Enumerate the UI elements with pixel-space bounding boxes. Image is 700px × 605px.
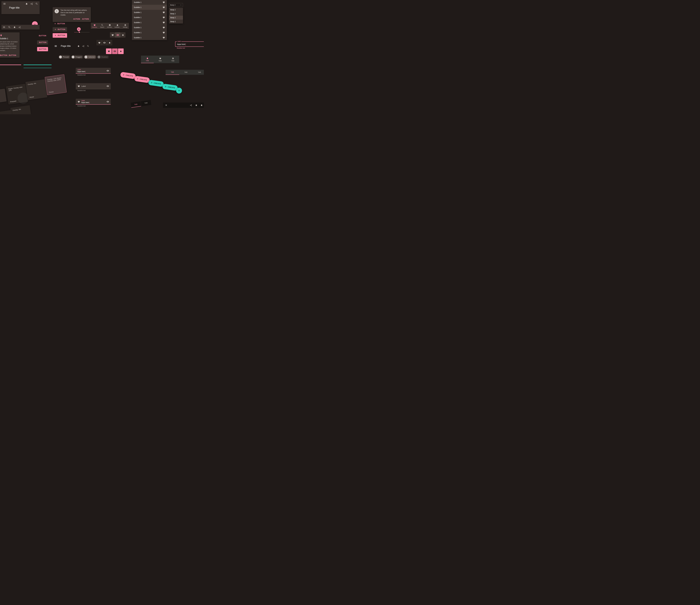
heart-icon[interactable] [162,31,165,34]
toggle-bell[interactable] [120,32,125,38]
toggle-eye[interactable] [115,32,120,38]
heart-icon[interactable] [162,26,165,29]
icon-pink-button[interactable]: BUTTON [53,33,67,38]
text-input[interactable]: Label Input text [76,68,111,74]
tab-3[interactable]: TAB [193,70,204,75]
surface-text: Overlay: 8% [12,107,28,111]
heart-icon[interactable] [162,36,165,39]
list-label: Subtitle 1 [134,6,142,8]
card-action-1[interactable]: BUTTON [0,54,7,56]
menu-item[interactable]: Body 2 [169,8,183,12]
share-icon[interactable] [82,45,84,47]
slider-thumb[interactable] [79,32,80,33]
extended-fab-pink[interactable]: CREATE [120,72,136,79]
nav-search[interactable]: Search [98,23,106,29]
list-item[interactable]: Subtitle 1 [132,20,167,25]
list-label: Subtitle 1 [134,21,142,24]
list-item[interactable]: Subtitle 1 [132,15,167,20]
toggle-heart[interactable] [110,32,115,38]
list-item[interactable]: Subtitle 1 [132,35,167,40]
field-label: Label [177,41,181,42]
extended-fab-teal[interactable]: CREATE [148,80,164,87]
share-icon[interactable] [190,104,192,106]
search-icon[interactable] [8,26,10,28]
eye-icon[interactable] [106,70,109,72]
tab-1[interactable]: TAB [131,101,141,108]
toggle-bell[interactable] [118,48,124,54]
snackbar-action-2[interactable]: ACTION [82,18,89,20]
star-icon[interactable] [195,104,197,106]
secondary-toolbar [1,25,40,29]
icon-text-button[interactable]: BUTTON [53,22,67,26]
dense-app-bar: Page title [53,44,91,49]
menu-icon[interactable] [3,26,5,28]
text-input[interactable]: Label [76,83,111,89]
text-input[interactable]: Label Input text [76,99,111,105]
tab-1[interactable]: TAB [141,55,154,63]
nav-notifications[interactable]: Notificati... [114,23,121,29]
nav-favorites[interactable]: Favorites [91,23,98,29]
extended-fab-teal[interactable]: CREATE [162,83,178,91]
menu-item[interactable]: Body 2 [169,12,183,16]
snackbar-action-1[interactable]: ACTION [73,18,80,20]
toggle-eye[interactable] [112,48,118,54]
card-action-2[interactable]: BUTTON [9,54,16,56]
toggle-eye[interactable] [102,40,107,45]
heart-icon[interactable] [162,1,165,3]
text-button[interactable]: BUTTON [37,33,48,38]
bell-icon[interactable] [14,26,16,28]
share-icon[interactable] [30,2,33,5]
extended-fab-pink[interactable]: CREATE [134,76,150,83]
tab-2[interactable]: TAB [141,100,151,106]
close-icon[interactable] [165,104,168,106]
select-button[interactable]: Body 2 [169,3,183,7]
eye-icon [103,42,106,44]
chip-selected[interactable]: Selected [84,55,96,59]
eye-icon[interactable] [106,85,109,88]
search-icon[interactable] [87,45,89,47]
search-icon[interactable] [35,2,38,5]
list-item[interactable]: Subtitle 1 [132,10,167,15]
list-item[interactable]: Subtitle 1 [132,5,167,10]
contained-button-grey[interactable]: BUTTON [37,40,48,45]
bell-icon[interactable] [77,45,80,47]
heart-icon [77,85,80,88]
chip-dragged[interactable]: Dragged [71,55,83,59]
contained-button-pink[interactable]: BUTTON [37,47,48,51]
menu-icon[interactable] [54,45,57,47]
nav-label: Notificati... [115,26,120,28]
menu-item[interactable]: Body 2 [169,16,183,20]
bell-icon[interactable] [25,2,28,5]
text-input[interactable]: Label Input text [175,42,204,47]
eye-icon[interactable] [106,100,109,103]
nav-info[interactable]: Informat... [106,23,114,29]
toggle-bell[interactable] [107,40,112,45]
menu-item[interactable]: Body 2 [169,20,183,24]
toggle-heart[interactable] [106,48,111,54]
heart-icon[interactable] [162,11,165,14]
heart-icon[interactable] [162,6,165,8]
tab-3[interactable]: TAB [167,55,179,63]
icon-grey-button[interactable]: BUTTON [53,27,67,32]
tab-2[interactable]: TAB [154,55,167,63]
check-icon [85,56,87,58]
list-item[interactable]: Subtitle 1 [132,0,167,5]
heart-icon[interactable] [162,21,165,24]
tab-1[interactable]: TAB [166,70,179,75]
bell-icon[interactable] [200,104,203,106]
bottom-navigation: Favorites Search Informat... Notificati.… [91,23,129,29]
field-value: Input text [77,70,105,73]
toggle-heart[interactable] [97,40,102,45]
menu-icon[interactable] [3,2,6,5]
list-item[interactable]: Subtitle 1 [132,30,167,35]
share-icon[interactable] [19,26,21,28]
chip-pressed[interactable]: Pressed [58,55,70,59]
eye-icon [114,50,116,52]
list-item[interactable]: Subtitle 1 [132,25,167,30]
heart-icon[interactable] [162,16,165,19]
tab-2[interactable]: TAB [179,70,193,75]
field-value: Input text [81,101,105,103]
info-icon [109,24,111,26]
surface-pressed: Ripple: Overlay color 10% Pressed [6,84,28,104]
nav-settings[interactable]: Settings [121,23,129,29]
